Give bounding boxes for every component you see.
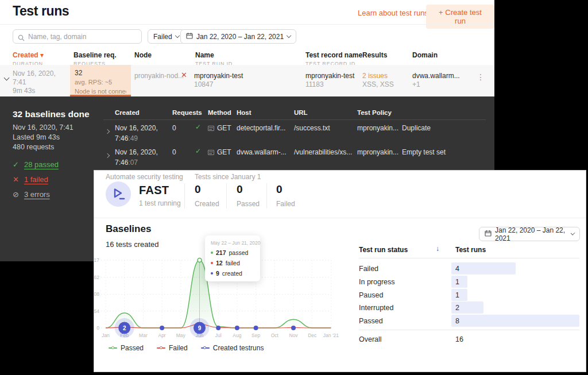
detail-created: Nov 16, 2020, 7:41	[13, 123, 74, 132]
collapse-chevron-icon[interactable]	[5, 72, 9, 82]
legend-created-testruns[interactable]: Created testruns	[201, 344, 264, 352]
failed-dot-icon	[211, 262, 213, 264]
overall-label: Overall	[359, 335, 382, 343]
dk-policy-cell: mpronyakin...	[357, 123, 399, 133]
errors-link[interactable]: ⊘ 3 errors	[13, 190, 50, 199]
line-marker-icon	[109, 347, 117, 349]
svg-text:54: 54	[94, 308, 99, 314]
fast-dashboard-panel: Automate security testing Tests since Ja…	[94, 170, 586, 372]
expand-chevron-icon[interactable]	[106, 149, 109, 160]
dk-col-host: Host	[237, 109, 252, 116]
dk-method-cell: GET	[208, 123, 231, 133]
status-table-divider	[359, 330, 579, 330]
col-header-test-record[interactable]: Test record name TEST RECORD ID	[305, 51, 362, 67]
search-icon	[18, 33, 25, 44]
check-icon: ✓	[13, 160, 19, 169]
svg-text:May: May	[176, 333, 186, 338]
dk-col-url: URL	[294, 109, 308, 116]
page-title: Test runs	[13, 3, 69, 19]
calendar-icon	[186, 32, 193, 41]
status-row-failed[interactable]: Failed 4	[359, 262, 579, 276]
dk-status-cell: Empty test set	[402, 147, 446, 157]
created-dot-icon	[211, 272, 213, 275]
line-marker-icon	[157, 347, 165, 349]
status-table-col-status[interactable]: Test run status	[359, 246, 408, 254]
svg-text:9: 9	[198, 325, 202, 331]
dk-created-cell: Nov 16, 2020, 7:46:49	[115, 123, 158, 144]
name-cell: mpronyakin-test 10847	[194, 72, 243, 89]
date-range-picker[interactable]: Jan 22, 2020 – Jan 22, 2021	[180, 29, 296, 44]
svg-text:Jan: Jan	[102, 333, 110, 338]
col-header-node[interactable]: Node	[134, 51, 152, 59]
stat-created: 0 Created	[195, 183, 219, 208]
check-icon: ✓	[195, 123, 201, 131]
col-header-baseline-req[interactable]: Baseline req. REQUESTS	[74, 51, 117, 67]
dk-col-policy: Test Policy	[357, 109, 392, 116]
app-canvas: { "icons": { "plus": "+", "check": "✓", …	[0, 0, 588, 375]
status-row-passed[interactable]: Passed 8	[359, 315, 579, 328]
status-filter-select[interactable]: Failed	[148, 29, 185, 44]
col-header-domain[interactable]: Domain	[412, 51, 438, 59]
domain-cell: dvwa.wallarm... +1	[412, 72, 460, 89]
dk-url-cell: /vulnerabilities/xs...	[294, 147, 352, 157]
detail-title: 32 baselines done	[13, 109, 90, 119]
legend-passed[interactable]: Passed	[109, 344, 144, 352]
created-cell: Nov 16, 2020, 7:41 9m 43s	[13, 69, 56, 95]
passed-dot-icon	[211, 252, 213, 254]
col-header-results[interactable]: Results	[362, 51, 387, 59]
sort-arrow-icon[interactable]: ↓	[436, 245, 439, 253]
product-name: FAST	[139, 184, 169, 197]
check-icon: ✓	[195, 147, 201, 155]
fast-logo-icon	[106, 181, 131, 207]
baseline-req-cell: 32 avg. RPS: ~5 Node is not connec...	[70, 65, 131, 96]
dk-requests-cell: 0	[172, 147, 176, 157]
detail-lasted: Lasted 9m 43s	[13, 133, 60, 141]
dk-policy-cell: mpronyakin...	[357, 147, 399, 157]
dk-col-created: Created	[115, 109, 140, 116]
chevron-down-icon	[287, 33, 291, 38]
test-record-cell: mpronyakin-test 11183	[305, 72, 354, 89]
status-row-paused[interactable]: Paused 1	[359, 289, 579, 302]
running-status: 1 test running	[139, 199, 181, 207]
svg-text:Oct: Oct	[271, 333, 279, 338]
stats-caption: Tests since January 1	[195, 173, 261, 181]
stat-passed: 0 Passed	[237, 183, 260, 208]
col-header-name[interactable]: Name TEST RUN ID	[195, 51, 233, 67]
svg-text:108: 108	[94, 291, 99, 297]
status-row-interrupted[interactable]: Interrupted 2	[359, 301, 579, 315]
dk-host-cell: dvwa.wallarm-...	[237, 147, 287, 157]
dashboard-date-range-picker[interactable]: Jan 22, 2020 – Jan 22, 2021	[479, 227, 580, 241]
svg-text:Apr: Apr	[158, 333, 165, 338]
legend-failed[interactable]: Failed	[157, 344, 188, 352]
browser-icon	[208, 126, 214, 131]
stat-failed: 0 Failed	[276, 183, 295, 208]
failed-link[interactable]: ✕ 1 failed	[13, 175, 48, 184]
status-bar	[451, 276, 467, 288]
dk-created-cell: Nov 16, 2020, 7:46:07	[115, 147, 158, 168]
status-row-in-progress[interactable]: In progress 1	[359, 276, 579, 289]
test-runs-panel: Test runs Learn about test runs + Create…	[0, 0, 494, 96]
search-input[interactable]	[28, 30, 137, 43]
browser-icon	[208, 150, 214, 155]
row-menu-icon[interactable]: ⋮	[477, 72, 485, 82]
line-marker-icon	[201, 347, 210, 349]
chevron-down-icon	[175, 33, 179, 38]
baselines-title: Baselines	[106, 223, 151, 235]
test-run-row[interactable]: Nov 16, 2020, 7:41 9m 43s 32 avg. RPS: ~…	[0, 65, 494, 96]
svg-text:Sep: Sep	[252, 333, 260, 338]
learn-about-test-runs-link[interactable]: Learn about test runs	[358, 9, 428, 17]
dk-header-divider	[103, 119, 486, 120]
baselines-subtitle: 16 tests created	[106, 240, 159, 249]
expand-chevron-icon[interactable]	[106, 125, 109, 136]
svg-text:0: 0	[96, 325, 99, 331]
svg-text:217: 217	[94, 257, 99, 263]
tagline: Automate security testing	[106, 173, 183, 181]
dk-status-cell: Duplicate	[402, 123, 431, 133]
overall-value: 16	[455, 335, 463, 343]
create-test-run-button[interactable]: + Create test run	[426, 5, 494, 29]
passed-link[interactable]: ✓ 28 passed	[13, 160, 59, 169]
dk-method-cell: GET	[208, 147, 231, 157]
stat-divider	[266, 183, 267, 208]
col-header-created[interactable]: Created ▾ DURATION	[13, 51, 44, 67]
status-table-col-runs[interactable]: Test runs	[455, 246, 486, 254]
